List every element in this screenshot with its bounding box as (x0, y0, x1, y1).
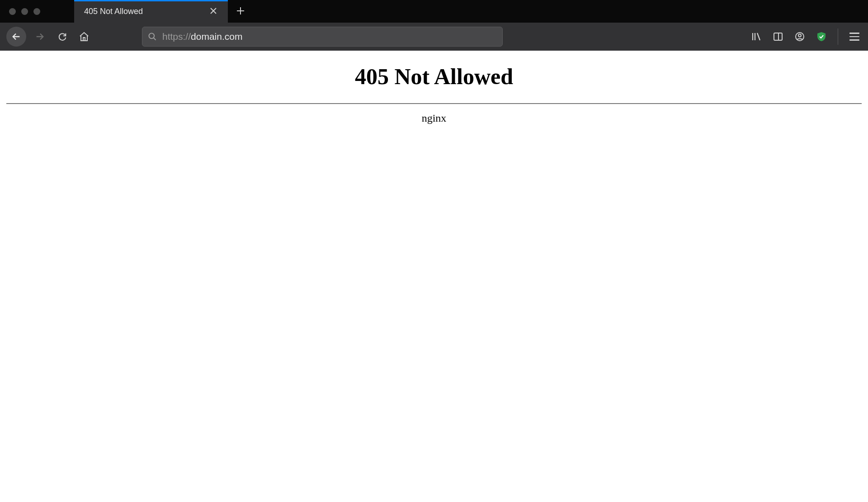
home-button[interactable] (75, 28, 93, 46)
url-host: domain.com (191, 31, 242, 42)
toolbar-separator (838, 28, 838, 45)
page-content: 405 Not Allowed nginx (0, 51, 868, 124)
new-tab-button[interactable] (228, 5, 253, 18)
window-maximize-dot[interactable] (33, 8, 40, 15)
shield-check-icon (816, 31, 827, 42)
tab-title: 405 Not Allowed (84, 7, 207, 16)
browser-chrome: 405 Not Allowed https://domain.com (0, 0, 868, 51)
protection-button[interactable] (814, 29, 829, 44)
library-icon (751, 31, 762, 42)
active-tab[interactable]: 405 Not Allowed (74, 0, 228, 23)
tab-close-button[interactable] (207, 6, 220, 16)
arrow-left-icon (11, 32, 21, 42)
back-button[interactable] (6, 27, 26, 47)
server-signature: nginx (0, 112, 868, 124)
library-button[interactable] (749, 29, 764, 44)
close-icon (210, 7, 217, 14)
window-close-dot[interactable] (9, 8, 16, 15)
navigation-toolbar: https://domain.com (0, 23, 868, 51)
reload-button[interactable] (53, 28, 71, 46)
tab-active-indicator (74, 0, 228, 1)
sidebar-icon (773, 31, 783, 42)
search-icon (148, 32, 157, 41)
forward-button[interactable] (30, 27, 50, 47)
svg-point-0 (149, 33, 155, 39)
address-bar[interactable]: https://domain.com (142, 27, 503, 47)
window-minimize-dot[interactable] (21, 8, 28, 15)
arrow-right-icon (35, 32, 45, 42)
horizontal-rule (6, 103, 862, 104)
account-button[interactable] (793, 29, 807, 44)
plus-icon (236, 6, 245, 15)
home-icon (79, 31, 90, 42)
svg-point-3 (798, 34, 801, 37)
error-heading: 405 Not Allowed (0, 63, 868, 90)
hamburger-icon (849, 33, 859, 41)
window-controls (0, 0, 49, 23)
menu-button[interactable] (847, 29, 862, 44)
url-display: https://domain.com (162, 31, 242, 42)
account-icon (794, 31, 805, 42)
sidebar-button[interactable] (771, 29, 785, 44)
toolbar-right-icons (749, 28, 862, 45)
reload-icon (57, 32, 67, 42)
tab-strip: 405 Not Allowed (0, 0, 868, 23)
url-protocol: https:// (162, 31, 191, 42)
